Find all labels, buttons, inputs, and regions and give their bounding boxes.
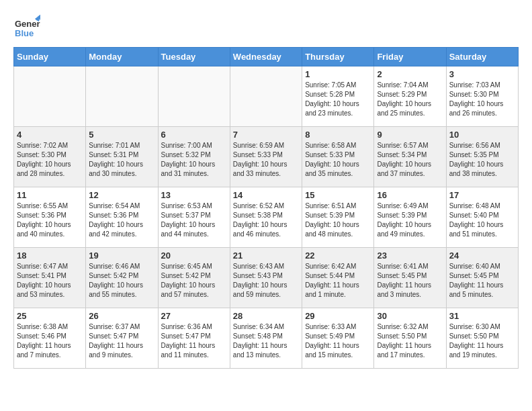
calendar-week-row: 18Sunrise: 6:47 AM Sunset: 5:41 PM Dayli…: [14, 248, 519, 308]
day-info: Sunrise: 7:03 AM Sunset: 5:30 PM Dayligh…: [449, 81, 515, 118]
calendar-header-row: SundayMondayTuesdayWednesdayThursdayFrid…: [14, 48, 519, 66]
calendar-cell: 18Sunrise: 6:47 AM Sunset: 5:41 PM Dayli…: [14, 248, 86, 308]
day-number: 30: [377, 311, 443, 321]
weekday-header: Friday: [374, 48, 446, 66]
day-info: Sunrise: 6:59 AM Sunset: 5:33 PM Dayligh…: [233, 141, 299, 179]
calendar-cell: 3Sunrise: 7:03 AM Sunset: 5:30 PM Daylig…: [446, 66, 518, 127]
day-number: 26: [89, 311, 154, 321]
calendar-cell: 2Sunrise: 7:04 AM Sunset: 5:29 PM Daylig…: [374, 66, 446, 127]
calendar-cell: [158, 66, 230, 127]
day-info: Sunrise: 6:46 AM Sunset: 5:42 PM Dayligh…: [89, 262, 154, 300]
day-number: 28: [233, 311, 299, 321]
day-number: 19: [89, 250, 154, 261]
day-number: 16: [377, 190, 443, 200]
day-info: Sunrise: 6:40 AM Sunset: 5:45 PM Dayligh…: [449, 262, 515, 300]
day-number: 22: [305, 250, 371, 261]
day-number: 11: [17, 190, 83, 200]
day-info: Sunrise: 6:55 AM Sunset: 5:36 PM Dayligh…: [17, 201, 83, 239]
calendar-cell: 17Sunrise: 6:48 AM Sunset: 5:40 PM Dayli…: [446, 187, 518, 248]
day-info: Sunrise: 7:01 AM Sunset: 5:31 PM Dayligh…: [89, 141, 154, 179]
calendar-cell: 12Sunrise: 6:54 AM Sunset: 5:36 PM Dayli…: [86, 187, 158, 248]
day-number: 8: [305, 130, 371, 140]
weekday-header: Saturday: [446, 48, 518, 66]
day-number: 31: [449, 311, 515, 321]
day-number: 24: [449, 250, 515, 261]
calendar-week-row: 25Sunrise: 6:38 AM Sunset: 5:46 PM Dayli…: [14, 308, 519, 369]
calendar-cell: 24Sunrise: 6:40 AM Sunset: 5:45 PM Dayli…: [446, 248, 518, 308]
calendar-cell: 11Sunrise: 6:55 AM Sunset: 5:36 PM Dayli…: [14, 187, 86, 248]
calendar-cell: 26Sunrise: 6:37 AM Sunset: 5:47 PM Dayli…: [86, 308, 158, 369]
day-info: Sunrise: 6:43 AM Sunset: 5:43 PM Dayligh…: [233, 262, 299, 300]
calendar-cell: 31Sunrise: 6:30 AM Sunset: 5:50 PM Dayli…: [446, 308, 518, 369]
day-number: 4: [17, 130, 83, 140]
calendar-cell: 13Sunrise: 6:53 AM Sunset: 5:37 PM Dayli…: [158, 187, 230, 248]
calendar-cell: [230, 66, 302, 127]
calendar-week-row: 4Sunrise: 7:02 AM Sunset: 5:30 PM Daylig…: [14, 127, 519, 187]
calendar-table: SundayMondayTuesdayWednesdayThursdayFrid…: [13, 47, 519, 369]
day-number: 25: [17, 311, 83, 321]
day-number: 9: [377, 130, 443, 140]
day-info: Sunrise: 6:32 AM Sunset: 5:50 PM Dayligh…: [377, 322, 443, 360]
day-number: 17: [449, 190, 515, 200]
page-header: General Blue: [13, 13, 519, 40]
day-info: Sunrise: 6:51 AM Sunset: 5:39 PM Dayligh…: [305, 201, 371, 239]
weekday-header: Sunday: [14, 48, 86, 66]
day-info: Sunrise: 6:52 AM Sunset: 5:38 PM Dayligh…: [233, 201, 299, 239]
day-info: Sunrise: 7:00 AM Sunset: 5:32 PM Dayligh…: [161, 141, 227, 179]
calendar-cell: 14Sunrise: 6:52 AM Sunset: 5:38 PM Dayli…: [230, 187, 302, 248]
day-number: 6: [161, 130, 227, 140]
calendar-body: 1Sunrise: 7:05 AM Sunset: 5:28 PM Daylig…: [14, 66, 519, 369]
day-number: 23: [377, 250, 443, 261]
day-number: 29: [305, 311, 371, 321]
calendar-cell: 10Sunrise: 6:56 AM Sunset: 5:35 PM Dayli…: [446, 127, 518, 187]
day-number: 2: [377, 69, 443, 79]
day-number: 21: [233, 250, 299, 261]
day-number: 3: [449, 69, 515, 79]
day-info: Sunrise: 6:56 AM Sunset: 5:35 PM Dayligh…: [449, 141, 515, 179]
day-info: Sunrise: 6:48 AM Sunset: 5:40 PM Dayligh…: [449, 201, 515, 239]
calendar-cell: 5Sunrise: 7:01 AM Sunset: 5:31 PM Daylig…: [86, 127, 158, 187]
calendar-cell: 21Sunrise: 6:43 AM Sunset: 5:43 PM Dayli…: [230, 248, 302, 308]
calendar-cell: 4Sunrise: 7:02 AM Sunset: 5:30 PM Daylig…: [14, 127, 86, 187]
calendar-cell: [86, 66, 158, 127]
calendar-cell: 30Sunrise: 6:32 AM Sunset: 5:50 PM Dayli…: [374, 308, 446, 369]
calendar-cell: 23Sunrise: 6:41 AM Sunset: 5:45 PM Dayli…: [374, 248, 446, 308]
day-info: Sunrise: 6:34 AM Sunset: 5:48 PM Dayligh…: [233, 322, 299, 360]
day-info: Sunrise: 6:45 AM Sunset: 5:42 PM Dayligh…: [161, 262, 227, 300]
day-number: 27: [161, 311, 227, 321]
day-info: Sunrise: 6:38 AM Sunset: 5:46 PM Dayligh…: [17, 322, 83, 360]
calendar-cell: 25Sunrise: 6:38 AM Sunset: 5:46 PM Dayli…: [14, 308, 86, 369]
calendar-cell: 1Sunrise: 7:05 AM Sunset: 5:28 PM Daylig…: [302, 66, 374, 127]
day-number: 1: [305, 69, 371, 79]
calendar-week-row: 1Sunrise: 7:05 AM Sunset: 5:28 PM Daylig…: [14, 66, 519, 127]
day-info: Sunrise: 6:36 AM Sunset: 5:47 PM Dayligh…: [161, 322, 227, 360]
calendar-cell: 29Sunrise: 6:33 AM Sunset: 5:49 PM Dayli…: [302, 308, 374, 369]
day-info: Sunrise: 7:05 AM Sunset: 5:28 PM Dayligh…: [305, 81, 371, 118]
calendar-cell: 22Sunrise: 6:42 AM Sunset: 5:44 PM Dayli…: [302, 248, 374, 308]
day-info: Sunrise: 6:42 AM Sunset: 5:44 PM Dayligh…: [305, 262, 371, 300]
calendar-cell: 20Sunrise: 6:45 AM Sunset: 5:42 PM Dayli…: [158, 248, 230, 308]
day-info: Sunrise: 6:41 AM Sunset: 5:45 PM Dayligh…: [377, 262, 443, 300]
weekday-header: Tuesday: [158, 48, 230, 66]
calendar-cell: 8Sunrise: 6:58 AM Sunset: 5:33 PM Daylig…: [302, 127, 374, 187]
calendar-cell: 15Sunrise: 6:51 AM Sunset: 5:39 PM Dayli…: [302, 187, 374, 248]
day-info: Sunrise: 6:58 AM Sunset: 5:33 PM Dayligh…: [305, 141, 371, 179]
day-number: 10: [449, 130, 515, 140]
day-info: Sunrise: 6:53 AM Sunset: 5:37 PM Dayligh…: [161, 201, 227, 239]
svg-text:Blue: Blue: [15, 28, 34, 38]
calendar-cell: 28Sunrise: 6:34 AM Sunset: 5:48 PM Dayli…: [230, 308, 302, 369]
weekday-header: Monday: [86, 48, 158, 66]
day-info: Sunrise: 6:37 AM Sunset: 5:47 PM Dayligh…: [89, 322, 154, 360]
day-number: 14: [233, 190, 299, 200]
day-number: 15: [305, 190, 371, 200]
logo-icon: General Blue: [13, 13, 40, 40]
day-number: 7: [233, 130, 299, 140]
day-info: Sunrise: 6:54 AM Sunset: 5:36 PM Dayligh…: [89, 201, 154, 239]
logo: General Blue: [13, 13, 40, 40]
calendar-cell: 9Sunrise: 6:57 AM Sunset: 5:34 PM Daylig…: [374, 127, 446, 187]
day-number: 5: [89, 130, 154, 140]
day-number: 13: [161, 190, 227, 200]
weekday-header: Wednesday: [230, 48, 302, 66]
calendar-cell: [14, 66, 86, 127]
calendar-cell: 6Sunrise: 7:00 AM Sunset: 5:32 PM Daylig…: [158, 127, 230, 187]
